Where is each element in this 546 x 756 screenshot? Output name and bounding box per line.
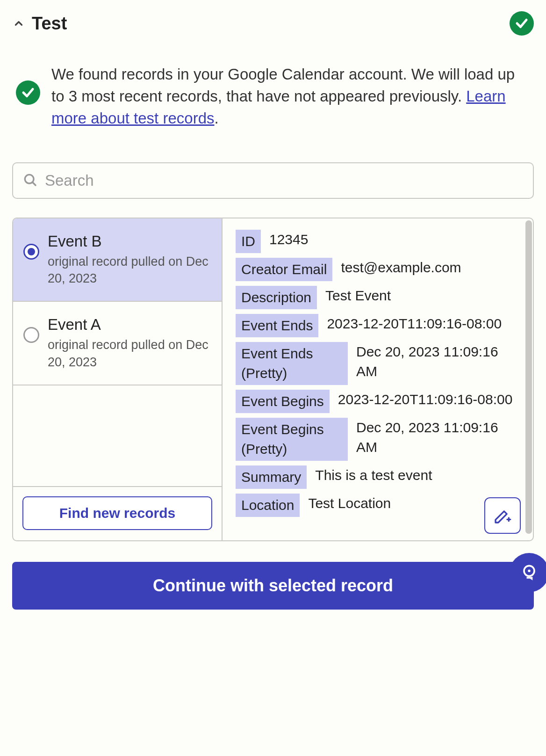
search-icon <box>22 172 37 189</box>
detail-key: Location <box>236 494 300 517</box>
record-item[interactable]: Event B original record pulled on Dec 20… <box>13 218 222 302</box>
detail-key: Event Begins (Pretty) <box>236 418 348 461</box>
info-text-trailing: . <box>215 109 219 127</box>
detail-row: Summary This is a test event <box>236 465 520 489</box>
continue-button[interactable]: Continue with selected record <box>12 562 534 610</box>
radio-unselected-icon[interactable] <box>23 327 39 343</box>
svg-point-5 <box>528 570 531 573</box>
detail-value: 2023-12-20T11:09:16-08:00 <box>327 314 520 334</box>
header-left[interactable]: Test <box>12 14 67 34</box>
info-text-body: We found records in your Google Calendar… <box>51 65 515 105</box>
detail-row: Event Begins 2023-12-20T11:09:16-08:00 <box>236 390 520 413</box>
scrollbar[interactable] <box>525 220 532 534</box>
record-title: Event A <box>48 316 211 334</box>
detail-row: Event Begins (Pretty) Dec 20, 2023 11:09… <box>236 418 520 461</box>
status-success-icon <box>510 11 534 36</box>
detail-key: Creator Email <box>236 258 332 281</box>
detail-value: Dec 20, 2023 11:09:16 AM <box>356 342 520 381</box>
record-subtitle: original record pulled on Dec 20, 2023 <box>48 253 211 287</box>
radio-selected-icon[interactable] <box>23 244 39 260</box>
detail-key: Description <box>236 286 317 309</box>
detail-row: Location Test Location <box>236 494 520 517</box>
detail-row: Creator Email test@example.com <box>236 258 520 281</box>
detail-key: Event Ends (Pretty) <box>236 342 348 385</box>
detail-row: ID 12345 <box>236 230 520 253</box>
record-details: ID 12345 Creator Email test@example.com … <box>223 218 533 540</box>
info-text: We found records in your Google Calendar… <box>51 64 530 130</box>
detail-key: Summary <box>236 465 307 489</box>
records-list: Event B original record pulled on Dec 20… <box>13 218 223 540</box>
svg-line-1 <box>33 182 36 185</box>
detail-value: test@example.com <box>341 258 520 277</box>
detail-row: Description Test Event <box>236 286 520 309</box>
detail-row: Event Ends 2023-12-20T11:09:16-08:00 <box>236 314 520 337</box>
records-list-spacer <box>13 385 222 487</box>
find-new-records-button[interactable]: Find new records <box>22 496 212 530</box>
search-box[interactable] <box>12 162 534 199</box>
edit-button[interactable] <box>484 497 521 534</box>
info-message: We found records in your Google Calendar… <box>12 64 534 130</box>
record-subtitle: original record pulled on Dec 20, 2023 <box>48 336 211 371</box>
detail-key: ID <box>236 230 261 253</box>
record-title: Event B <box>48 233 211 250</box>
chevron-up-icon[interactable] <box>12 17 25 30</box>
section-title: Test <box>32 14 67 34</box>
detail-value: Test Event <box>325 286 520 305</box>
search-input[interactable] <box>45 172 524 189</box>
detail-key: Event Begins <box>236 390 330 413</box>
detail-key: Event Ends <box>236 314 318 337</box>
records-panel: Event B original record pulled on Dec 20… <box>12 218 534 541</box>
record-item[interactable]: Event A original record pulled on Dec 20… <box>13 302 222 385</box>
help-fab[interactable] <box>510 553 546 592</box>
detail-value: Dec 20, 2023 11:09:16 AM <box>356 418 520 457</box>
check-icon <box>16 80 40 105</box>
detail-value: 2023-12-20T11:09:16-08:00 <box>338 390 520 409</box>
detail-row: Event Ends (Pretty) Dec 20, 2023 11:09:1… <box>236 342 520 385</box>
section-header: Test <box>12 11 534 36</box>
detail-value: 12345 <box>269 230 520 249</box>
detail-value: This is a test event <box>315 465 520 485</box>
